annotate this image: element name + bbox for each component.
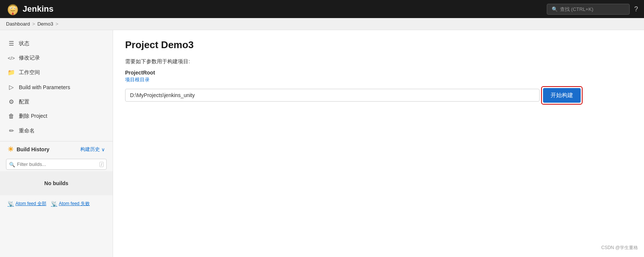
build-button[interactable]: 开始构建 <box>543 88 581 103</box>
breadcrumb: Dashboard > Demo3 > <box>0 18 644 30</box>
breadcrumb-sep2: > <box>55 21 58 27</box>
main-layout: ☰ 状态 </> 修改记录 📁 工作空间 ▷ Build with Parame… <box>0 30 644 257</box>
sidebar-item-changes-label: 修改记录 <box>19 55 40 61</box>
sidebar-item-delete-label: 删除 Project <box>19 113 47 120</box>
sidebar-item-changes[interactable]: </> 修改记录 <box>0 51 113 65</box>
no-builds: No builds <box>0 171 113 195</box>
atom-feed-all-label: Atom feed 全部 <box>15 201 46 207</box>
search-input[interactable] <box>560 6 625 12</box>
breadcrumb-demo3[interactable]: Demo3 <box>37 21 53 27</box>
sidebar-item-configure-label: 配置 <box>19 99 29 105</box>
sidebar-item-workspace[interactable]: 📁 工作空间 <box>0 65 113 80</box>
build-history-label: Build History <box>17 146 49 152</box>
footer-watermark: CSDN @学生董格 <box>601 245 638 251</box>
filter-builds-container: 🔍 / <box>6 159 107 170</box>
atom-feed-fail-icon: 📡 <box>51 201 57 207</box>
rename-icon: ✏ <box>8 127 15 134</box>
build-history-sun-icon: ☀ <box>8 145 14 154</box>
build-btn-wrapper: 开始构建 <box>541 86 583 105</box>
svg-point-5 <box>11 8 12 9</box>
header-right: 🔍 ? <box>547 4 638 15</box>
build-history-header-left: ☀ Build History <box>8 145 49 154</box>
param-description: 需要如下参数用于构建项目: <box>125 58 632 65</box>
search-icon: 🔍 <box>552 6 558 12</box>
help-icon[interactable]: ? <box>634 5 638 13</box>
svg-point-6 <box>14 8 15 9</box>
status-icon: ☰ <box>8 40 15 47</box>
build-history-header[interactable]: ☀ Build History 构建历史 ∨ <box>0 141 113 157</box>
build-history-section: ☀ Build History 构建历史 ∨ 🔍 / No builds 📡 A… <box>0 141 113 211</box>
sidebar-item-rename[interactable]: ✏ 重命名 <box>0 123 113 138</box>
sidebar-item-delete[interactable]: 🗑 删除 Project <box>0 109 113 123</box>
search-box[interactable]: 🔍 <box>547 4 630 15</box>
atom-feed-fail-link[interactable]: 📡 Atom feed 失败 <box>51 201 90 207</box>
workspace-icon: 📁 <box>8 69 15 76</box>
header: Jenkins 🔍 ? <box>0 0 644 18</box>
sidebar-item-build-params-label: Build with Parameters <box>19 84 70 90</box>
configure-icon: ⚙ <box>8 98 15 105</box>
header-left: Jenkins <box>6 2 54 16</box>
build-params-icon: ▷ <box>8 84 15 91</box>
sidebar-item-workspace-label: 工作空间 <box>19 69 40 76</box>
sidebar-item-rename-label: 重命名 <box>19 128 35 134</box>
breadcrumb-sep1: > <box>32 21 35 27</box>
changes-icon: </> <box>8 55 15 61</box>
build-history-history-label: 构建历史 <box>80 146 100 153</box>
jenkins-logo <box>6 2 20 16</box>
filter-icon: 🔍 <box>9 161 15 167</box>
sidebar-item-configure[interactable]: ⚙ 配置 <box>0 94 113 109</box>
sidebar: ☰ 状态 </> 修改记录 📁 工作空间 ▷ Build with Parame… <box>0 30 113 257</box>
param-label: 项目根目录 <box>125 76 632 83</box>
atom-feed-all-icon: 📡 <box>8 201 14 207</box>
build-history-header-right: 构建历史 ∨ <box>80 146 105 153</box>
breadcrumb-dashboard[interactable]: Dashboard <box>6 21 30 27</box>
param-value-input[interactable] <box>125 89 540 102</box>
sidebar-item-status[interactable]: ☰ 状态 <box>0 36 113 51</box>
atom-feed-all-link[interactable]: 📡 Atom feed 全部 <box>8 201 46 207</box>
sidebar-item-build-params[interactable]: ▷ Build with Parameters <box>0 80 113 94</box>
app-title: Jenkins <box>23 4 54 14</box>
build-history-chevron: ∨ <box>101 147 105 152</box>
project-title: Project Demo3 <box>125 39 632 51</box>
filter-builds-input[interactable] <box>6 159 107 170</box>
main-content: Project Demo3 需要如下参数用于构建项目: ProjectRoot … <box>113 30 644 257</box>
delete-icon: 🗑 <box>8 113 15 120</box>
param-name: ProjectRoot <box>125 70 632 76</box>
filter-shortcut: / <box>99 162 104 167</box>
sidebar-item-status-label: 状态 <box>19 40 29 47</box>
atom-feeds: 📡 Atom feed 全部 📡 Atom feed 失败 <box>0 197 113 211</box>
atom-feed-fail-label: Atom feed 失败 <box>59 201 90 207</box>
